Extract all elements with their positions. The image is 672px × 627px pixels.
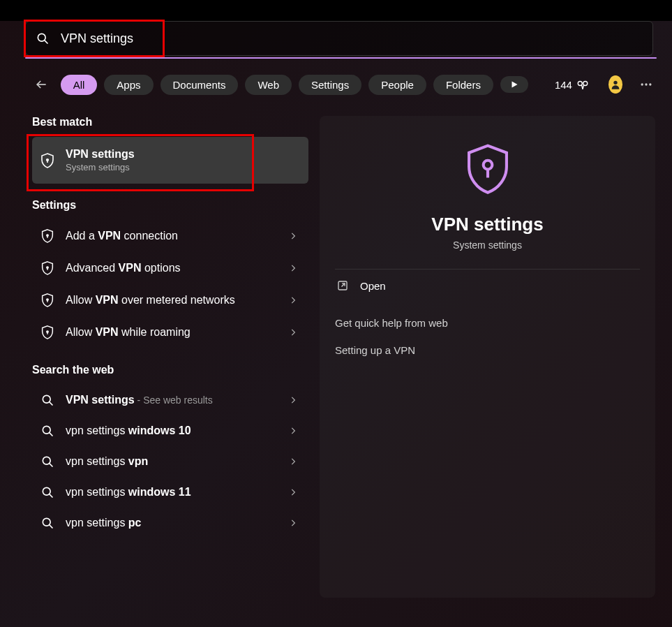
result-title: VPN settings <box>66 148 300 161</box>
section-search-web: Search the web <box>32 364 308 376</box>
svg-line-27 <box>50 494 53 498</box>
svg-line-1 <box>45 40 48 44</box>
svg-line-25 <box>50 464 53 467</box>
section-best-match: Best match <box>32 116 308 128</box>
settings-result-item[interactable]: Add a VPN connection <box>32 220 308 252</box>
svg-point-14 <box>47 267 48 268</box>
svg-point-20 <box>43 395 50 403</box>
back-button[interactable] <box>32 73 51 96</box>
svg-point-26 <box>43 487 50 495</box>
result-title: vpn settings pc <box>66 517 286 529</box>
result-title: Allow VPN over metered networks <box>66 294 286 307</box>
result-title: vpn settings windows 10 <box>66 425 286 437</box>
search-underline <box>25 57 657 59</box>
user-avatar[interactable] <box>608 75 622 94</box>
more-button[interactable] <box>636 73 655 96</box>
svg-point-28 <box>43 518 50 526</box>
shield-lock-icon <box>38 228 57 244</box>
chevron-right-icon <box>286 457 300 466</box>
preview-subtitle: System settings <box>335 239 640 251</box>
chevron-right-icon <box>286 327 300 337</box>
preview-panel: VPN settings System settings Open Get qu… <box>320 116 655 598</box>
web-result-item[interactable]: vpn settings windows 11 <box>32 477 308 508</box>
divider <box>335 269 640 270</box>
chevron-right-icon <box>286 395 300 405</box>
start-search-window: All Apps Documents Web Settings People F… <box>0 21 672 627</box>
svg-point-22 <box>43 426 50 434</box>
result-tail: - See web results <box>135 394 213 406</box>
search-icon <box>38 516 57 530</box>
filter-pill-play[interactable] <box>500 76 528 93</box>
svg-point-4 <box>578 82 582 86</box>
settings-result-item[interactable]: Allow VPN while roaming <box>32 316 308 348</box>
result-subtitle: System settings <box>66 162 300 172</box>
web-result-item[interactable]: vpn settings vpn <box>32 446 308 477</box>
search-icon <box>38 393 57 407</box>
result-title: VPN settings - See web results <box>66 394 286 406</box>
web-result-item[interactable]: VPN settings - See web results <box>32 385 308 415</box>
svg-point-0 <box>38 34 45 41</box>
filter-pill-all[interactable]: All <box>61 75 98 95</box>
filter-pill-web[interactable]: Web <box>245 75 292 95</box>
preview-shield-icon <box>335 141 640 201</box>
results-list: Best match VPN settings System settings … <box>32 116 308 598</box>
chevron-right-icon <box>286 487 300 497</box>
svg-point-10 <box>47 158 49 161</box>
settings-result-item[interactable]: Allow VPN over metered networks <box>32 284 308 316</box>
settings-result-item[interactable]: Advanced VPN options <box>32 252 308 284</box>
svg-point-24 <box>43 457 50 464</box>
filter-pill-settings[interactable]: Settings <box>299 75 361 95</box>
open-action[interactable]: Open <box>335 270 640 302</box>
search-box[interactable] <box>25 21 653 56</box>
rewards-points[interactable]: 144 <box>555 78 589 91</box>
result-best-match[interactable]: VPN settings System settings <box>32 137 308 184</box>
shield-lock-icon <box>38 152 57 169</box>
shield-lock-icon <box>38 260 57 276</box>
search-bar-container <box>25 21 655 56</box>
svg-marker-3 <box>512 82 517 88</box>
result-title: Add a VPN connection <box>66 230 286 242</box>
preview-title: VPN settings <box>335 214 640 235</box>
web-result-item[interactable]: vpn settings pc <box>32 508 308 538</box>
chevron-right-icon <box>286 263 300 273</box>
result-title: Advanced VPN options <box>66 262 286 274</box>
search-input[interactable] <box>61 31 643 46</box>
quick-help-link[interactable]: Setting up a VPN <box>335 339 640 362</box>
web-result-item[interactable]: vpn settings windows 10 <box>32 415 308 446</box>
section-settings: Settings <box>32 199 308 212</box>
svg-point-6 <box>613 81 617 84</box>
result-title: Allow VPN while roaming <box>66 326 286 339</box>
filter-pill-apps[interactable]: Apps <box>104 75 153 95</box>
svg-point-12 <box>47 235 48 236</box>
open-icon <box>336 279 349 292</box>
search-icon <box>38 455 57 469</box>
svg-point-30 <box>483 161 492 170</box>
shield-lock-icon <box>38 325 57 340</box>
chevron-right-icon <box>286 518 300 528</box>
svg-point-7 <box>641 83 643 85</box>
svg-line-29 <box>50 525 53 529</box>
filter-pill-people[interactable]: People <box>368 75 426 95</box>
results-columns: Best match VPN settings System settings … <box>0 116 672 598</box>
chevron-right-icon <box>286 426 300 436</box>
result-title: vpn settings vpn <box>66 455 286 468</box>
svg-line-21 <box>50 402 53 406</box>
quick-help-heading: Get quick help from web <box>335 317 640 329</box>
svg-point-8 <box>645 83 647 85</box>
search-icon <box>36 31 52 45</box>
result-title: vpn settings windows 11 <box>66 486 286 499</box>
filter-row: All Apps Documents Web Settings People F… <box>32 73 655 96</box>
svg-line-23 <box>50 433 53 436</box>
filter-pill-documents[interactable]: Documents <box>160 75 239 95</box>
svg-point-9 <box>649 83 651 85</box>
svg-point-5 <box>583 82 588 86</box>
search-icon <box>38 424 57 438</box>
points-value: 144 <box>555 79 572 91</box>
rewards-icon <box>576 78 589 91</box>
open-label: Open <box>360 280 386 292</box>
svg-point-16 <box>47 299 48 300</box>
search-icon <box>38 485 57 499</box>
shield-lock-icon <box>38 293 57 308</box>
filter-pill-folders[interactable]: Folders <box>433 75 493 95</box>
chevron-right-icon <box>286 295 300 305</box>
